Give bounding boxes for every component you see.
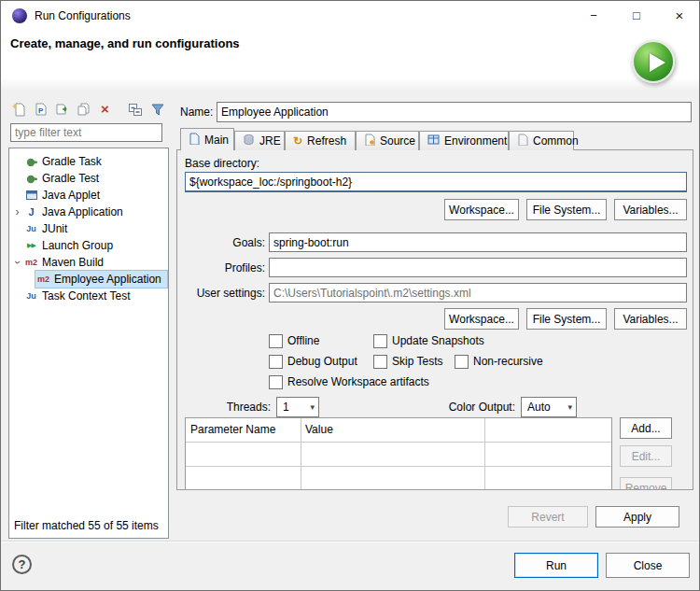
tree-item-label: Gradle Test	[39, 172, 99, 185]
chevron-down-icon: ▾	[567, 402, 572, 412]
duplicate-icon[interactable]	[74, 99, 93, 119]
table-divider	[186, 466, 611, 467]
delete-glyph: ×	[101, 101, 109, 117]
maximize-icon: □	[633, 8, 640, 22]
minimize-button[interactable]: −	[572, 1, 615, 30]
workspace-button-2[interactable]: Workspace...	[444, 308, 519, 330]
checkbox-box[interactable]	[269, 375, 283, 389]
goals-input[interactable]	[269, 232, 687, 252]
file-system-button[interactable]: File System...	[526, 199, 607, 220]
filter-input[interactable]	[10, 123, 162, 142]
user-settings-label: User settings:	[185, 287, 265, 300]
checkbox-box[interactable]	[373, 355, 387, 369]
checkbox-box[interactable]	[269, 355, 283, 369]
maven-icon: m2	[35, 273, 51, 287]
gradle-icon	[23, 155, 39, 169]
run-button[interactable]: Run	[514, 553, 598, 578]
button-label: Variables...	[623, 204, 678, 217]
new-prototype-icon[interactable]: P	[31, 99, 50, 119]
run-configurations-dialog: Run Configurations − □ × Create, manage,…	[0, 0, 700, 591]
tree-item-task-context-test[interactable]: Ju Task Context Test	[11, 288, 167, 304]
tree-item-java-applet[interactable]: Java Applet	[11, 187, 167, 204]
button-label: Close	[634, 559, 663, 572]
variables-button-2[interactable]: Variables...	[614, 308, 687, 330]
checkbox-box[interactable]	[373, 334, 387, 348]
maximize-button[interactable]: □	[615, 1, 658, 30]
maven-icon: m2	[23, 256, 39, 270]
tab-refresh[interactable]: ↻ Refresh	[285, 131, 356, 150]
variables-button[interactable]: Variables...	[614, 199, 687, 220]
tree-item-launch-group[interactable]: ▶▶ Launch Group	[11, 237, 167, 254]
table-divider	[301, 418, 301, 489]
window-title: Run Configurations	[35, 9, 131, 22]
name-input[interactable]	[217, 102, 692, 122]
button-label: File System...	[533, 204, 601, 217]
chevron-right-icon[interactable]: ›	[11, 204, 23, 219]
new-configuration-icon[interactable]	[9, 99, 29, 119]
user-settings-input[interactable]	[269, 283, 687, 303]
tab-label: Environment	[444, 134, 507, 148]
delete-icon[interactable]: ×	[95, 99, 115, 119]
refresh-tab-icon: ↻	[293, 134, 302, 148]
tab-common[interactable]: Common	[509, 131, 574, 150]
tree-item-label: Java Application	[39, 205, 123, 218]
close-button[interactable]: ×	[658, 1, 700, 30]
tree-item-employee-application[interactable]: m2 Employee Application	[11, 271, 167, 288]
workspace-button[interactable]: Workspace...	[444, 199, 519, 220]
button-label: Add...	[631, 422, 660, 435]
parameters-table[interactable]: Parameter Name Value	[185, 417, 612, 490]
close-dialog-button[interactable]: Close	[606, 553, 690, 578]
checkbox-label: Offline	[287, 334, 319, 347]
tab-jre[interactable]: JRE	[234, 131, 285, 150]
tree-item-label: Maven Build	[39, 256, 104, 269]
button-label: File System...	[533, 313, 601, 326]
non-recursive-checkbox[interactable]: Non-recursive	[455, 354, 543, 369]
skip-tests-checkbox[interactable]: Skip Tests	[373, 354, 442, 369]
file-system-button-2[interactable]: File System...	[526, 308, 607, 330]
chevron-down-icon[interactable]: ›	[10, 257, 25, 269]
gradle-icon	[23, 172, 39, 186]
debug-output-checkbox[interactable]: Debug Output	[269, 354, 357, 369]
collapse-all-icon[interactable]	[125, 99, 145, 119]
button-label: Variables...	[623, 313, 678, 326]
revert-button[interactable]: Revert	[508, 506, 588, 528]
threads-value: 1	[283, 401, 289, 414]
tree-item-label: JUnit	[39, 222, 67, 235]
offline-checkbox[interactable]: Offline	[269, 333, 319, 348]
edit-button[interactable]: Edit...	[620, 445, 672, 467]
main-tab-content: Base directory: Workspace... File System…	[176, 149, 693, 490]
checkbox-label: Non-recursive	[473, 355, 543, 368]
color-output-dropdown[interactable]: Auto ▾	[521, 397, 577, 417]
add-button[interactable]: Add...	[620, 417, 672, 439]
button-label: Workspace...	[449, 204, 514, 217]
help-button[interactable]: ?	[12, 555, 32, 574]
tree-item-gradle-task[interactable]: Gradle Task	[11, 153, 167, 170]
chevron-down-icon: ▾	[310, 402, 315, 412]
run-banner-icon	[632, 40, 675, 83]
close-icon: ×	[676, 7, 684, 23]
environment-tab-icon	[427, 134, 440, 148]
table-divider	[186, 442, 611, 443]
button-label: Apply	[623, 511, 651, 524]
launch-group-icon: ▶▶	[23, 239, 39, 253]
tree-item-junit[interactable]: Ju JUnit	[11, 220, 167, 237]
base-directory-input[interactable]	[185, 172, 687, 192]
filter-icon[interactable]	[147, 99, 167, 119]
tab-source[interactable]: Source	[356, 131, 419, 150]
tree-item-label: Employee Application	[51, 273, 161, 286]
tree-item-maven-build[interactable]: › m2 Maven Build	[11, 254, 167, 271]
dialog-heading: Create, manage, and run configurations	[10, 36, 240, 50]
tree-item-java-application[interactable]: › J Java Application	[11, 204, 167, 220]
checkbox-box[interactable]	[455, 355, 469, 369]
threads-dropdown[interactable]: 1 ▾	[276, 397, 319, 417]
tab-environment[interactable]: Environment	[419, 131, 509, 150]
profiles-input[interactable]	[269, 258, 687, 277]
remove-button[interactable]: Remove	[620, 477, 672, 490]
apply-button[interactable]: Apply	[595, 506, 679, 528]
checkbox-box[interactable]	[269, 334, 283, 348]
export-configurations-icon[interactable]	[52, 99, 72, 119]
resolve-workspace-artifacts-checkbox[interactable]: Resolve Workspace artifacts	[269, 374, 429, 389]
tree-item-gradle-test[interactable]: Gradle Test	[11, 170, 167, 187]
tab-main[interactable]: Main	[180, 128, 234, 150]
update-snapshots-checkbox[interactable]: Update Snapshots	[373, 333, 484, 348]
